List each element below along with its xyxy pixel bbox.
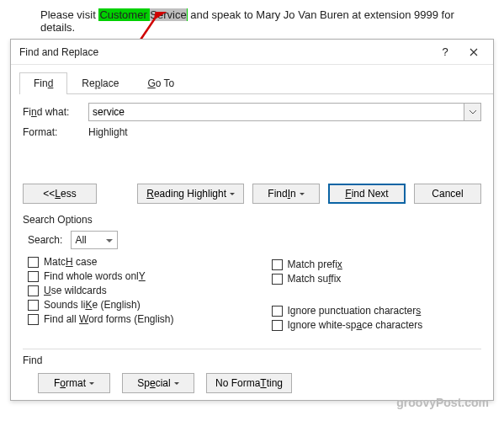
titlebar: Find and Replace ? <box>11 40 493 65</box>
match-suffix-checkbox[interactable] <box>272 274 283 285</box>
format-value: Highlight <box>88 126 128 138</box>
close-button[interactable] <box>459 40 488 64</box>
find-what-dropdown[interactable] <box>464 103 481 121</box>
cancel-button[interactable]: Cancel <box>414 184 481 204</box>
ignore-whitespace-checkbox[interactable] <box>272 320 283 331</box>
find-in-button[interactable]: Find In <box>252 184 320 204</box>
search-label: Search: <box>28 234 62 246</box>
format-label: Format: <box>23 126 88 138</box>
tab-replace[interactable]: Replace <box>67 72 133 94</box>
find-replace-dialog: Find and Replace ? Find Replace Go To Fi… <box>10 39 494 401</box>
reading-highlight-button[interactable]: Reading Highlight <box>137 184 244 204</box>
sounds-like-checkbox[interactable] <box>28 300 39 311</box>
dialog-title: Find and Replace <box>19 46 431 58</box>
wildcards-checkbox[interactable] <box>28 285 39 296</box>
match-case-checkbox[interactable] <box>28 257 39 268</box>
find-what-input[interactable] <box>88 103 464 121</box>
format-button[interactable]: Format <box>38 373 110 393</box>
help-button[interactable]: ? <box>431 40 459 64</box>
tabs: Find Replace Go To <box>19 72 493 94</box>
no-formatting-button[interactable]: No FormaTting <box>206 373 292 393</box>
whole-words-checkbox[interactable] <box>28 271 39 282</box>
less-button[interactable]: << Less <box>23 184 97 204</box>
ignore-punct-checkbox[interactable] <box>272 306 283 317</box>
find-what-label: Find what: <box>23 106 88 118</box>
match-prefix-checkbox[interactable] <box>272 259 283 270</box>
watermark: groovyPost.com <box>396 396 489 409</box>
find-next-button[interactable]: Find Next <box>328 184 406 204</box>
special-button[interactable]: Special <box>122 373 194 393</box>
search-direction-select[interactable]: All <box>71 231 118 249</box>
all-forms-checkbox[interactable] <box>28 314 39 325</box>
search-options-label: Search Options <box>11 210 493 227</box>
tab-goto[interactable]: Go To <box>133 72 188 94</box>
find-section-label: Find <box>23 354 481 366</box>
tab-find[interactable]: Find <box>19 72 67 94</box>
